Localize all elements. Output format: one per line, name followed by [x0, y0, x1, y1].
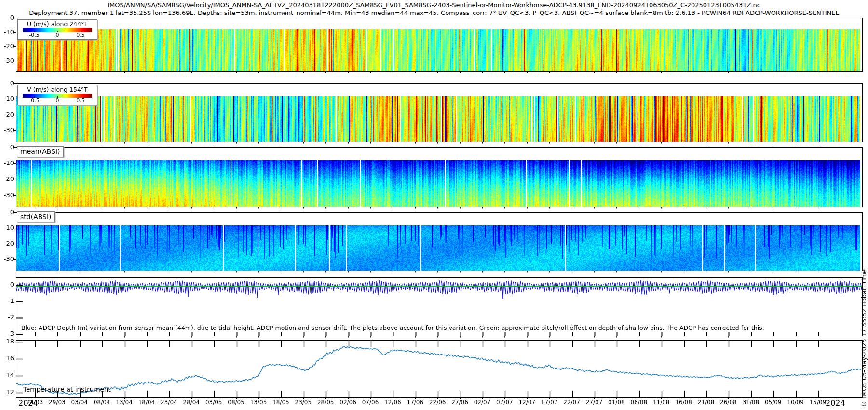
x-axis-date-label: 03/04 — [71, 399, 88, 406]
y-tick-label: 0 — [0, 143, 14, 150]
panel-std-absi — [16, 212, 863, 271]
y-tick-label: 0 — [0, 80, 14, 87]
x-axis-date-label: 12/07 — [519, 399, 536, 406]
plot-title-filename: IMOS/ANMN/SA/SAM8SG/Velocity/IMOS_ANMN-S… — [0, 1, 868, 9]
std-absi-heatmap-canvas — [16, 213, 862, 271]
y-tick-label: -30 — [0, 191, 14, 199]
x-axis-date-label: 02/06 — [339, 399, 356, 406]
plot-title-deployment: Deployment 37, member 1 lat=35.25S lon=1… — [0, 9, 868, 16]
y-tick-label: -30 — [0, 126, 14, 134]
x-axis-date-label: 27/07 — [586, 399, 603, 406]
u-colorbar-tick-zero: 0 — [56, 32, 59, 38]
y-tick-label: 0 — [0, 14, 14, 21]
y-tick-label: -30 — [0, 57, 14, 64]
y-tick-label: -2 — [0, 314, 14, 321]
u-colorbar-tick-neg: -0.5 — [29, 32, 39, 38]
x-axis-date-label: 13/05 — [250, 399, 267, 406]
y-tick-label: -20 — [0, 175, 14, 182]
depth-variation-note: Blue: ADCP Depth (m) variation from sens… — [21, 324, 764, 331]
adcp-plot-page: IMOS/ANMN/SA/SAM8SG/Velocity/IMOS_ANMN-S… — [0, 0, 868, 410]
x-axis-date-label: 05/09 — [765, 399, 782, 406]
x-axis-date-label: 07/07 — [496, 399, 513, 406]
y-tick-label: -10 — [0, 28, 14, 36]
x-axis-date-label: 28/05 — [317, 399, 334, 406]
y-tick-label: -10 — [0, 224, 14, 231]
x-axis-date-label: 22/06 — [429, 399, 446, 406]
temperature-label: Temperature at instrument — [23, 385, 111, 393]
x-axis-date-label: 17/07 — [541, 399, 558, 406]
y-tick-label: 18 — [0, 338, 14, 345]
mean-absi-heatmap-canvas — [16, 148, 862, 207]
y-tick-label: -30 — [0, 255, 14, 262]
x-axis-date-label: 23/04 — [161, 399, 177, 406]
y-tick-label: -10 — [0, 95, 14, 102]
panel-u-velocity — [16, 18, 863, 72]
v-colorbar-legend: V (m/s) along 154°T -0.5 0 0.5 — [17, 85, 97, 105]
x-axis-date-label: 15/09 — [810, 399, 827, 406]
panel-v-velocity — [16, 83, 863, 142]
v-colorbar-tick-zero: 0 — [56, 97, 59, 104]
x-axis-date-label: 08/04 — [94, 399, 110, 406]
v-heatmap-canvas — [16, 84, 862, 142]
v-colorbar-title: V (m/s) along 154°T — [18, 85, 97, 93]
x-axis-date-label: 18/05 — [272, 399, 289, 406]
y-tick-label: -20 — [0, 42, 14, 50]
mean-absi-label: mean(ABSI) — [17, 146, 64, 157]
y-tick-label: 16 — [0, 355, 14, 362]
year-label-right: 2024 — [826, 398, 845, 408]
imos-watermark: © IMOS 05-May-2025 17:55:52 Hobart time — [860, 212, 868, 408]
y-tick-label: 0 — [0, 281, 14, 288]
u-colorbar-tick-pos: 0.5 — [76, 32, 85, 38]
x-axis-date-label: 02/07 — [474, 399, 491, 406]
x-axis-date-label: 01/08 — [608, 399, 625, 406]
x-axis-date-label: 27/06 — [451, 399, 468, 406]
x-axis-date-label: 28/04 — [183, 399, 200, 406]
x-axis-date-label: 23/05 — [295, 399, 312, 406]
x-axis-date-label: 31/08 — [743, 399, 760, 406]
x-axis-date-label: 08/05 — [228, 399, 244, 406]
x-axis-date-label: 18/04 — [138, 399, 155, 406]
y-tick-label: -10 — [0, 159, 14, 166]
x-axis-date-label: 24/03 — [27, 399, 43, 406]
u-colorbar-title: U (m/s) along 244°T — [18, 20, 97, 27]
u-heatmap-canvas — [16, 18, 862, 71]
y-tick-label: 12 — [0, 388, 14, 396]
y-tick-label: -20 — [0, 240, 14, 247]
y-tick-label: -3 — [0, 330, 14, 337]
x-axis-date-label: 03/05 — [205, 399, 222, 406]
y-tick-label: 14 — [0, 371, 14, 379]
panel-mean-absi — [16, 147, 863, 207]
y-tick-label: 0 — [0, 208, 14, 216]
x-axis-date-label: 10/09 — [787, 399, 804, 406]
panel-temperature — [16, 340, 863, 398]
y-tick-label: -1 — [0, 297, 14, 304]
x-axis-date-label: 16/08 — [675, 399, 692, 406]
x-axis-date-label: 13/04 — [116, 399, 133, 406]
x-axis-date-label: 11/08 — [653, 399, 670, 406]
temperature-canvas — [16, 341, 862, 397]
v-colorbar-tick-pos: 0.5 — [76, 97, 85, 104]
x-axis-date-label: 06/08 — [631, 399, 648, 406]
v-colorbar-tick-neg: -0.5 — [29, 97, 39, 104]
y-tick-label: -20 — [0, 111, 14, 118]
u-colorbar-legend: U (m/s) along 244°T -0.5 0 0.5 — [17, 19, 97, 40]
x-axis-date-label: 29/03 — [49, 399, 66, 406]
x-axis-date-label: 07/06 — [362, 399, 379, 406]
x-axis-date-label: 12/06 — [384, 399, 401, 406]
std-absi-label: std(ABSI) — [17, 211, 55, 222]
x-axis-date-label: 17/06 — [407, 399, 424, 406]
x-axis-date-label: 22/07 — [563, 399, 580, 406]
x-axis-date-label: 26/08 — [720, 399, 737, 406]
x-axis-date-label: 21/08 — [698, 399, 715, 406]
